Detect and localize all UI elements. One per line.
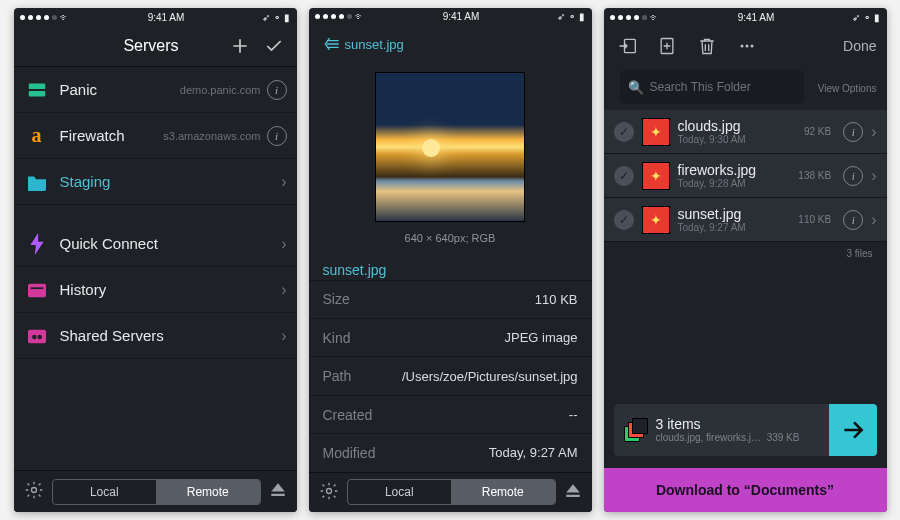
shared-icon xyxy=(24,323,50,349)
done-button[interactable]: Done xyxy=(843,38,876,54)
info-icon[interactable]: i xyxy=(843,210,863,230)
row-label: Shared Servers xyxy=(60,327,282,344)
wifi-icon: ᯤ xyxy=(355,11,365,22)
svg-rect-2 xyxy=(28,283,46,297)
preview-area: 640 × 640px; RGB xyxy=(309,64,592,250)
prop-size: Size110 KB xyxy=(309,280,592,318)
svg-point-6 xyxy=(37,334,42,339)
eject-icon[interactable] xyxy=(564,482,582,503)
chevron-right-icon: › xyxy=(281,235,286,253)
server-row-staging[interactable]: Staging › xyxy=(14,159,297,205)
server-row-firewatch[interactable]: a Firewatch s3.amazonaws.com i xyxy=(14,113,297,159)
chevron-right-icon: › xyxy=(281,281,286,299)
server-list: Panic demo.panic.com i a Firewatch s3.am… xyxy=(14,67,297,205)
checkbox-icon[interactable]: ✓ xyxy=(614,166,634,186)
search-placeholder: Search This Folder xyxy=(650,80,796,94)
search-field[interactable]: 🔍 Search This Folder xyxy=(620,70,804,104)
checkbox-icon[interactable]: ✓ xyxy=(614,122,634,142)
segment-remote[interactable]: Remote xyxy=(451,480,555,504)
done-check-button[interactable] xyxy=(261,33,287,59)
history-icon xyxy=(24,277,50,303)
svg-point-5 xyxy=(32,334,37,339)
move-icon[interactable] xyxy=(614,33,640,59)
new-file-icon[interactable] xyxy=(654,33,680,59)
file-name-title: sunset.jpg xyxy=(309,250,401,280)
file-row[interactable]: ✓ ✦ fireworks.jpgToday, 9:28 AM 138 KB i… xyxy=(604,154,887,198)
gear-icon[interactable] xyxy=(319,481,339,504)
add-button[interactable] xyxy=(227,33,253,59)
svg-rect-3 xyxy=(30,287,43,289)
screen-file-list: ᯤ 9:41 AM ➶⚬▮ Done 🔍 Search This Folder … xyxy=(604,8,887,512)
info-icon[interactable]: i xyxy=(267,80,287,100)
view-options-button[interactable]: View Options xyxy=(818,83,877,94)
chevron-right-icon: › xyxy=(281,173,286,191)
download-bar[interactable]: Download to “Documents” xyxy=(604,468,887,512)
extras-list: Quick Connect › History › Shared Servers… xyxy=(14,221,297,359)
shared-servers-row[interactable]: Shared Servers › xyxy=(14,313,297,359)
screen-servers: ᯤ 9:41 AM ➶⚬▮ Servers Panic demo.panic.c… xyxy=(14,8,297,512)
navbar: sunset.jpg xyxy=(309,25,592,63)
chevron-right-icon: › xyxy=(281,327,286,345)
quick-connect-row[interactable]: Quick Connect › xyxy=(14,221,297,267)
local-remote-segment[interactable]: Local Remote xyxy=(52,479,261,505)
eject-icon[interactable] xyxy=(269,481,287,502)
svg-point-8 xyxy=(326,488,331,493)
prop-kind: KindJPEG image xyxy=(309,318,592,356)
image-thumbnail[interactable] xyxy=(375,72,525,222)
info-icon[interactable]: i xyxy=(843,122,863,142)
segment-local[interactable]: Local xyxy=(53,480,157,504)
server-host: demo.panic.com xyxy=(180,84,261,96)
location-icon: ➶ xyxy=(557,11,565,22)
bluetooth-icon: ⚬ xyxy=(273,12,281,23)
info-icon[interactable]: i xyxy=(267,126,287,146)
gear-icon[interactable] xyxy=(24,480,44,503)
server-name: Firewatch xyxy=(60,127,164,144)
svg-point-12 xyxy=(745,45,748,48)
svg-rect-1 xyxy=(28,90,45,96)
server-host: s3.amazonaws.com xyxy=(163,130,260,142)
navbar: Servers xyxy=(14,26,297,66)
server-row-panic[interactable]: Panic demo.panic.com i xyxy=(14,67,297,113)
battery-icon: ▮ xyxy=(579,11,585,22)
server-name: Panic xyxy=(60,81,180,98)
chevron-right-icon: › xyxy=(871,123,876,141)
segment-local[interactable]: Local xyxy=(348,480,452,504)
prop-modified: ModifiedToday, 9:27 AM xyxy=(309,433,592,471)
trash-icon[interactable] xyxy=(694,33,720,59)
status-bar: ᯤ 9:41 AM ➶⚬▮ xyxy=(604,8,887,26)
bottom-toolbar: Local Remote xyxy=(14,470,297,512)
segment-remote[interactable]: Remote xyxy=(156,480,260,504)
back-list-icon[interactable] xyxy=(319,31,345,57)
tray-go-button[interactable] xyxy=(829,404,877,456)
file-row[interactable]: ✓ ✦ clouds.jpgToday, 9:30 AM 92 KB i › xyxy=(604,110,887,154)
file-thumb: ✦ xyxy=(642,162,670,190)
svg-point-7 xyxy=(31,488,36,493)
bluetooth-icon: ⚬ xyxy=(568,11,576,22)
server-name: Staging xyxy=(60,173,282,190)
checkbox-icon[interactable]: ✓ xyxy=(614,210,634,230)
prop-created: Created-- xyxy=(309,395,592,433)
svg-point-11 xyxy=(740,45,743,48)
search-icon: 🔍 xyxy=(628,80,644,95)
selection-tray[interactable]: 3 items clouds.jpg, fireworks.j… 339 KB xyxy=(614,404,877,456)
svg-rect-4 xyxy=(28,329,46,343)
breadcrumb[interactable]: sunset.jpg xyxy=(345,37,556,52)
battery-icon: ▮ xyxy=(284,12,290,23)
wifi-icon: ᯤ xyxy=(650,12,660,23)
file-count: 3 files xyxy=(604,242,887,265)
status-bar: ᯤ 9:41 AM ➶⚬▮ xyxy=(309,8,592,25)
file-row[interactable]: ✓ ✦ sunset.jpgToday, 9:27 AM 110 KB i › xyxy=(604,198,887,242)
history-row[interactable]: History › xyxy=(14,267,297,313)
info-icon[interactable]: i xyxy=(843,166,863,186)
svg-rect-0 xyxy=(28,83,45,89)
folder-icon xyxy=(24,169,50,195)
status-bar: ᯤ 9:41 AM ➶⚬▮ xyxy=(14,8,297,26)
status-time: 9:41 AM xyxy=(443,11,480,22)
file-list: ✓ ✦ clouds.jpgToday, 9:30 AM 92 KB i › ✓… xyxy=(604,110,887,242)
more-icon[interactable] xyxy=(734,33,760,59)
bolt-icon xyxy=(24,231,50,257)
navbar: Done xyxy=(604,26,887,66)
status-time: 9:41 AM xyxy=(148,12,185,23)
location-icon: ➶ xyxy=(262,12,270,23)
local-remote-segment[interactable]: Local Remote xyxy=(347,479,556,505)
